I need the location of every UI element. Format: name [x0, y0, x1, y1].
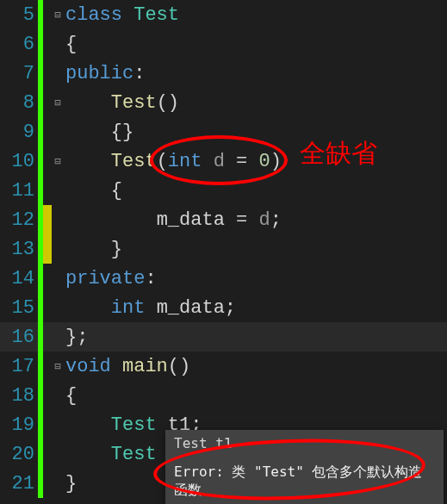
- modification-marker: [43, 439, 52, 469]
- fold-icon: [52, 322, 64, 352]
- code-content[interactable]: };: [64, 327, 88, 348]
- code-line[interactable]: 18{: [0, 381, 447, 410]
- line-number: 11: [0, 180, 38, 202]
- annotation-label: 全缺省: [300, 136, 377, 171]
- line-number: 9: [0, 121, 38, 143]
- line-number: 15: [0, 297, 38, 319]
- line-number: 8: [0, 92, 38, 114]
- modification-marker: [43, 59, 52, 88]
- code-content[interactable]: Test(): [64, 92, 179, 114]
- fold-icon: [52, 234, 64, 264]
- modification-marker: [43, 88, 52, 117]
- line-number: 18: [0, 385, 38, 407]
- code-content[interactable]: {: [64, 180, 122, 202]
- code-content[interactable]: Test: [64, 444, 168, 465]
- fold-icon[interactable]: ⊟: [52, 352, 64, 381]
- fold-icon: [52, 293, 64, 322]
- fold-icon: [52, 117, 64, 146]
- tooltip-error-message: Error: 类 "Test" 包含多个默认构造函数: [174, 464, 435, 500]
- line-number: 12: [0, 209, 38, 231]
- code-content[interactable]: {: [64, 34, 77, 55]
- code-line[interactable]: 10⊟ Test(int d = 0): [0, 146, 447, 176]
- fold-icon: [52, 264, 64, 293]
- modification-marker: [43, 146, 52, 176]
- code-content[interactable]: {}: [64, 121, 133, 143]
- modification-marker: [43, 0, 52, 29]
- code-content[interactable]: public:: [64, 63, 145, 84]
- fold-icon[interactable]: ⊟: [52, 88, 64, 117]
- code-content[interactable]: {: [64, 385, 77, 407]
- fold-icon: [52, 381, 64, 410]
- fold-icon: [52, 410, 64, 439]
- modification-marker: [43, 176, 52, 205]
- code-line[interactable]: 16};: [0, 322, 447, 352]
- fold-icon: [52, 176, 64, 205]
- code-line[interactable]: 6{: [0, 29, 447, 59]
- modification-marker: [43, 410, 52, 439]
- line-number: 19: [0, 414, 38, 436]
- line-number: 13: [0, 239, 38, 260]
- code-content[interactable]: }: [64, 473, 77, 495]
- code-content[interactable]: private:: [64, 268, 157, 289]
- line-number: 16: [0, 327, 38, 348]
- modification-marker: [43, 205, 52, 234]
- line-number: 20: [0, 444, 38, 465]
- code-line[interactable]: 5⊟class Test: [0, 0, 447, 29]
- code-content[interactable]: int m_data;: [64, 297, 236, 319]
- fold-icon: [52, 469, 64, 498]
- line-number: 10: [0, 151, 38, 172]
- line-number: 7: [0, 63, 38, 84]
- fold-icon: [52, 59, 64, 88]
- modification-marker: [43, 293, 52, 322]
- code-line[interactable]: 13 }: [0, 234, 447, 264]
- code-line[interactable]: 12 m_data = d;: [0, 205, 447, 234]
- code-editor[interactable]: 5⊟class Test6{7public:8⊟ Test()9 {}10⊟ T…: [0, 0, 447, 504]
- fold-icon: [52, 29, 64, 59]
- code-line[interactable]: 7public:: [0, 59, 447, 88]
- fold-icon[interactable]: ⊟: [52, 0, 64, 29]
- fold-icon: [52, 439, 64, 469]
- modification-marker: [43, 469, 52, 498]
- code-line[interactable]: 11 {: [0, 176, 447, 205]
- line-number: 14: [0, 268, 38, 289]
- tooltip-signature: Test t1: [174, 435, 435, 451]
- fold-icon[interactable]: ⊟: [52, 146, 64, 176]
- line-number: 5: [0, 4, 38, 26]
- code-line[interactable]: 15 int m_data;: [0, 293, 447, 322]
- modification-marker: [43, 352, 52, 381]
- code-line[interactable]: 8⊟ Test(): [0, 88, 447, 117]
- code-line[interactable]: 9 {}: [0, 117, 447, 146]
- modification-marker: [43, 234, 52, 264]
- modification-marker: [43, 29, 52, 59]
- line-number: 21: [0, 473, 38, 495]
- code-content[interactable]: Test(int d = 0): [64, 151, 282, 172]
- fold-icon: [52, 205, 64, 234]
- line-number: 17: [0, 356, 38, 377]
- error-tooltip: Test t1 Error: 类 "Test" 包含多个默认构造函数: [165, 430, 444, 504]
- modification-marker: [43, 264, 52, 293]
- code-content[interactable]: class Test: [64, 4, 179, 26]
- code-line[interactable]: 17⊟void main(): [0, 352, 447, 381]
- line-number: 6: [0, 34, 38, 55]
- code-content[interactable]: void main(): [64, 356, 190, 377]
- code-content[interactable]: m_data = d;: [64, 209, 282, 231]
- code-content[interactable]: }: [64, 239, 122, 260]
- code-line[interactable]: 14private:: [0, 264, 447, 293]
- modification-marker: [43, 381, 52, 410]
- modification-marker: [43, 117, 52, 146]
- modification-marker: [43, 322, 52, 352]
